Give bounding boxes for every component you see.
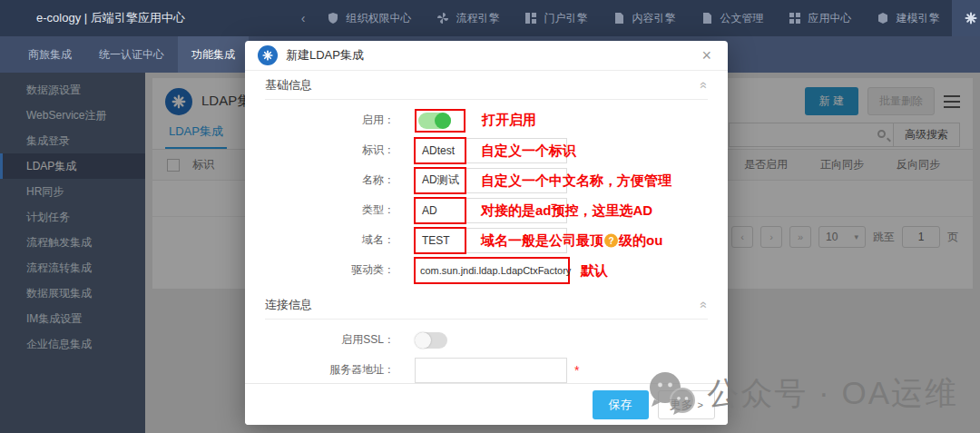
brand-title: e-cology | 后端引擎应用中心 [0,0,185,36]
name-value: AD测试 [414,167,466,194]
integration-asterisk-icon [262,50,273,61]
modal-ldap-icon [258,45,278,65]
server-address-input[interactable] [415,358,567,383]
basic-info-section-header: 基础信息 « [265,71,708,100]
collapse-icon[interactable]: « [697,301,711,309]
collapse-icon[interactable]: « [697,82,711,89]
apps-grid-icon [789,12,801,25]
cube-icon [877,12,889,25]
driver-annotation: 默认 [581,261,608,279]
shield-icon [327,12,339,25]
nav-item-portal-engine[interactable]: 门户引擎 [512,0,600,36]
enable-label: 启用： [265,113,415,128]
chevron-right-icon: > [698,399,703,410]
flow-icon [436,12,449,25]
enable-annotation: 打开启用 [482,112,536,129]
driver-value: com.sun.jndi.ldap.LdapCtxFactory [414,257,570,284]
subtab-function-integration[interactable]: 功能集成 [178,36,249,73]
close-icon[interactable]: × [698,45,715,65]
new-ldap-modal: 新建LDAP集成 × 基础信息 « 启用： 打开启用 [245,41,728,425]
ssl-label: 启用SSL： [265,332,415,348]
domain-value: TEST [414,227,466,254]
nav-item-org-permission[interactable]: 组织权限中心 [314,0,424,36]
modal-title: 新建LDAP集成 [286,47,364,64]
driver-label: 驱动类： [265,262,415,278]
nav-item-app-center[interactable]: 应用中心 [776,0,864,36]
name-label: 名称： [265,172,415,188]
subtab-business-travel[interactable]: 商旅集成 [15,36,85,73]
more-button[interactable]: 更多 > [658,390,715,419]
driver-row: 驱动类： com.sun.jndi.ldap.LdapCtxFactory 默认 [265,255,708,285]
domain-row: 域名： TEST 域名一般是公司最顶 ? 级的ou [265,225,708,255]
identifier-value: ADtest [414,137,466,164]
enable-toggle[interactable] [418,113,451,129]
question-badge-icon: ? [604,233,618,247]
document-icon [701,12,713,25]
name-annotation: 自定义一个中文名称，方便管理 [481,172,671,189]
ssl-row: 启用SSL： [265,325,708,355]
domain-annotation: 域名一般是公司最顶 ? 级的ou [481,231,662,249]
top-navbar: e-cology | 后端引擎应用中心 ‹ 组织权限中心 流程引擎 门户引擎 内… [0,0,980,36]
server-address-label: 服务器地址： [265,362,415,378]
subtab-unified-auth[interactable]: 统一认证中心 [85,36,178,73]
layout-icon [524,12,537,25]
screen: e-cology | 后端引擎应用中心 ‹ 组织权限中心 流程引擎 门户引擎 内… [0,0,980,433]
name-input[interactable]: AD测试 自定义一个中文名称，方便管理 [415,168,567,193]
modal-header: 新建LDAP集成 × [245,41,728,71]
modal-footer: 保存 更多 > [245,383,728,425]
identifier-row: 标识： ADtest 自定义一个标识 [265,135,708,165]
domain-input[interactable]: TEST 域名一般是公司最顶 ? 级的ou [415,228,567,253]
integration-asterisk-icon [965,12,977,25]
nav-item-official-doc[interactable]: 公文管理 [688,0,776,36]
document-icon [612,12,625,25]
type-row: 类型： AD 对接的是ad预控，这里选AD [265,195,708,225]
section-title-basic: 基础信息 [265,77,312,93]
identifier-label: 标识： [265,143,415,158]
required-asterisk: * [574,363,579,378]
section-title-connection: 连接信息 [265,297,312,313]
save-button[interactable]: 保存 [593,390,649,419]
ssl-toggle[interactable] [415,332,447,349]
enable-row: 启用： 打开启用 [265,105,708,135]
name-row: 名称： AD测试 自定义一个中文名称，方便管理 [265,165,708,195]
connection-info-section-header: 连接信息 « [265,290,708,320]
nav-item-modeling-engine[interactable]: 建模引擎 [864,0,952,36]
identifier-input[interactable]: ADtest 自定义一个标识 [415,138,567,163]
type-value: AD [414,197,466,224]
enable-highlight-box [415,109,466,133]
server-address-row: 服务器地址： * [265,355,708,385]
nav-item-workflow-engine[interactable]: 流程引擎 [424,0,512,36]
identifier-annotation: 自定义一个标识 [481,142,576,159]
domain-label: 域名： [265,232,415,248]
type-input[interactable]: AD 对接的是ad预控，这里选AD [415,198,567,223]
nav-scroll-left-icon[interactable]: ‹ [292,0,315,36]
type-annotation: 对接的是ad预控，这里选AD [481,202,652,219]
type-label: 类型： [265,202,415,218]
driver-input[interactable]: com.sun.jndi.ldap.LdapCtxFactory 默认 [415,258,567,283]
modal-body: 基础信息 « 启用： 打开启用 标识： [245,71,728,415]
nav-item-integration-center[interactable]: 集成中心 [952,0,980,36]
nav-item-content-engine[interactable]: 内容引擎 [600,0,688,36]
